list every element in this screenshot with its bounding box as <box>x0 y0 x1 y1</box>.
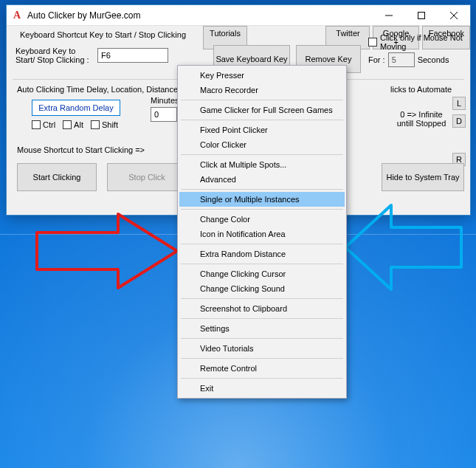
menu-item[interactable]: Fixed Point Clicker <box>179 123 345 137</box>
click-only-checkbox[interactable] <box>368 38 377 47</box>
menu-item[interactable]: Game Clicker for Full Screen Games <box>179 103 345 117</box>
menu-separator <box>181 209 343 210</box>
menu-separator <box>181 120 343 120</box>
modifier-row: Ctrl Alt Shift <box>32 120 118 129</box>
menu-item[interactable]: Video Tutorials <box>179 341 345 356</box>
shift-label: Shift <box>102 120 118 129</box>
menu-separator <box>181 338 343 339</box>
menu-separator <box>181 378 343 379</box>
menu-item[interactable]: Change Clicking Sound <box>179 281 345 296</box>
app-icon: A <box>11 10 23 21</box>
minimize-icon <box>385 12 393 19</box>
menu-item[interactable]: Remote Control <box>179 361 345 376</box>
alt-label: Alt <box>74 120 83 129</box>
close-icon <box>450 12 458 19</box>
maximize-button[interactable] <box>405 5 438 26</box>
menu-item[interactable]: Single or Multiple Instances <box>179 192 345 207</box>
menu-separator <box>181 244 343 244</box>
ctrl-checkbox[interactable] <box>32 120 41 129</box>
l-button[interactable]: L <box>452 97 466 110</box>
click-only-label: Click only if Mouse Not Moving <box>380 33 465 51</box>
svg-rect-1 <box>418 12 425 18</box>
menu-separator <box>181 264 343 264</box>
shift-checkbox[interactable] <box>91 120 100 129</box>
menu-item[interactable]: Screenshot to Clipboard <box>179 301 345 316</box>
start-clicking-button[interactable]: Start Clicking <box>17 163 97 191</box>
menu-item[interactable]: Extra Random Distance <box>179 247 345 261</box>
clicks-to-automate-label: licks to Automate <box>390 85 452 94</box>
shortcut-section-label: Keyboard Shortcut Key to Start / Stop Cl… <box>20 30 204 39</box>
menu-item[interactable]: Icon in Notification Area <box>179 227 345 241</box>
minimize-button[interactable] <box>373 5 405 26</box>
red-arrow-annotation <box>30 210 181 292</box>
mouse-shortcut-label: Mouse Shortcut to Start Clicking => <box>17 145 145 154</box>
click-only-group: Click only if Mouse Not Moving For : Sec… <box>368 32 472 67</box>
minutes-label: Minutes <box>151 96 179 105</box>
menu-item[interactable]: Macro Recorder <box>179 83 345 97</box>
menu-separator <box>181 318 343 319</box>
menu-separator <box>181 154 343 155</box>
shortcut-key-row: Keyboard Key to Start/ Stop Clicking : <box>15 47 168 64</box>
menu-item[interactable]: Change Color <box>179 212 345 227</box>
stop-clicking-button[interactable]: Stop Click <box>107 163 187 191</box>
window-title: Auto Clicker by MurGee.com <box>27 10 373 21</box>
hide-to-tray-button[interactable]: Hide to System Tray <box>382 163 464 191</box>
menu-item[interactable]: Color Clicker <box>179 137 345 152</box>
menu-item[interactable]: Advanced <box>179 172 345 187</box>
extra-random-delay-button[interactable]: Extra Random Delay <box>32 100 120 116</box>
maximize-icon <box>418 12 425 19</box>
ctrl-label: Ctrl <box>43 120 55 129</box>
client-area: Tutorials Twitter Google + Facebook Keyb… <box>7 26 470 29</box>
d-button[interactable]: D <box>452 114 466 128</box>
alt-checkbox[interactable] <box>63 120 72 129</box>
for-label: For : <box>368 55 385 64</box>
shortcut-key-input[interactable] <box>97 48 168 63</box>
menu-item[interactable]: Settings <box>179 321 345 336</box>
menu-separator <box>181 358 343 359</box>
menu-separator <box>181 189 343 190</box>
shortcut-key-label: Keyboard Key to Start/ Stop Clicking : <box>15 47 93 64</box>
menu-item[interactable]: Change Clicking Cursor <box>179 266 345 281</box>
blue-arrow-annotation <box>339 199 465 295</box>
menu-item[interactable]: Exit <box>179 381 345 396</box>
context-menu[interactable]: Key PresserMacro RecorderGame Clicker fo… <box>177 65 347 399</box>
close-button[interactable] <box>438 5 470 26</box>
menu-item[interactable]: Click at Multiple Spots... <box>179 157 345 172</box>
titlebar: A Auto Clicker by MurGee.com <box>7 5 470 26</box>
menu-separator <box>181 298 343 299</box>
menu-item[interactable]: Key Presser <box>179 68 345 83</box>
clicks-note: 0 => Infinite untill Stopped <box>393 110 449 128</box>
bottom-button-row: Start Clicking Stop Click <box>17 163 187 191</box>
menu-separator <box>181 100 343 100</box>
minutes-input[interactable] <box>151 107 177 122</box>
seconds-label: Seconds <box>418 55 449 64</box>
seconds-input[interactable] <box>388 52 415 67</box>
